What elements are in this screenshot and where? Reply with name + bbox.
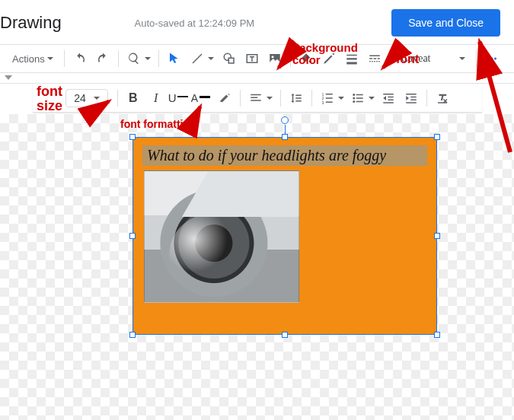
list-caret-icon[interactable] [338, 97, 344, 100]
redo-button[interactable] [92, 48, 113, 69]
resize-handle-ne[interactable] [434, 134, 440, 140]
undo-button[interactable] [69, 48, 91, 69]
zoom-button[interactable] [123, 48, 145, 69]
svg-rect-6 [346, 55, 357, 56]
highlight-color-button[interactable] [214, 88, 235, 109]
svg-rect-15 [374, 61, 375, 62]
chevron-down-icon [459, 57, 465, 60]
svg-point-4 [271, 56, 273, 58]
fill-color-button[interactable] [295, 48, 317, 69]
resize-handle-n[interactable] [282, 134, 288, 140]
chevron-down-icon [94, 97, 100, 100]
more-options-button[interactable] [481, 48, 503, 69]
resize-handle-s[interactable] [282, 332, 288, 338]
svg-point-31 [353, 97, 355, 99]
italic-button[interactable]: I [145, 88, 167, 109]
font-size-value: 24 [74, 92, 86, 104]
align-button[interactable] [245, 88, 267, 109]
svg-point-19 [490, 58, 493, 60]
svg-rect-28 [326, 97, 333, 99]
font-size-dropdown[interactable]: 24 [65, 89, 108, 107]
svg-rect-10 [369, 58, 372, 59]
shape-tool[interactable] [219, 48, 240, 69]
resize-handle-e[interactable] [434, 233, 440, 239]
bold-button[interactable]: B [123, 88, 144, 109]
dialog-title: Drawing [0, 13, 62, 33]
svg-point-32 [353, 100, 355, 103]
rotate-handle[interactable] [281, 116, 289, 124]
embedded-image[interactable] [144, 170, 299, 303]
primary-toolbar: Actions Caveat [0, 44, 514, 73]
svg-point-18 [487, 58, 490, 60]
resize-handle-w[interactable] [129, 233, 136, 239]
font-name-label: Caveat [401, 52, 431, 65]
clear-formatting-button[interactable] [432, 88, 453, 109]
svg-rect-1 [228, 58, 234, 63]
blist-caret-icon[interactable] [369, 97, 375, 100]
svg-rect-16 [376, 61, 378, 62]
resize-handle-nw[interactable] [129, 134, 136, 140]
chevron-down-icon [47, 57, 53, 60]
svg-rect-9 [369, 56, 380, 57]
svg-rect-14 [372, 61, 373, 62]
svg-rect-11 [373, 58, 376, 59]
numbered-list-button[interactable]: 123 [317, 88, 338, 109]
font-family-dropdown[interactable]: Caveat [395, 49, 471, 68]
text-toolbar: 24 B I U A 123 [33, 84, 482, 113]
svg-point-30 [353, 94, 355, 96]
actions-label: Actions [12, 53, 45, 65]
svg-rect-43 [406, 102, 417, 103]
resize-handle-se[interactable] [434, 332, 440, 338]
svg-rect-37 [388, 96, 394, 97]
textbox-tool[interactable] [241, 48, 263, 69]
svg-rect-23 [251, 100, 261, 101]
svg-rect-36 [383, 94, 394, 95]
dialog-header: Drawing Auto-saved at 12:24:09 PM Save a… [0, 0, 514, 44]
underline-button[interactable]: U [168, 88, 190, 109]
text-color-button[interactable]: A [191, 88, 212, 109]
increase-indent-button[interactable] [401, 88, 422, 109]
svg-rect-22 [251, 97, 257, 98]
border-color-button[interactable] [318, 48, 340, 69]
svg-rect-12 [377, 58, 379, 59]
svg-rect-38 [388, 99, 394, 100]
bulleted-list-button[interactable] [347, 88, 369, 109]
svg-rect-7 [346, 58, 357, 59]
svg-rect-39 [383, 102, 394, 103]
svg-rect-17 [378, 61, 380, 62]
select-tool[interactable] [164, 48, 185, 69]
svg-rect-21 [251, 94, 261, 95]
svg-text:3: 3 [321, 100, 324, 104]
svg-point-5 [308, 60, 311, 62]
align-caret-icon[interactable] [267, 97, 273, 100]
svg-rect-41 [410, 96, 417, 97]
svg-rect-8 [346, 62, 357, 65]
border-weight-button[interactable] [341, 48, 362, 69]
zoom-caret-icon[interactable] [145, 57, 151, 60]
svg-rect-13 [369, 61, 371, 62]
line-tool[interactable] [187, 48, 208, 69]
svg-rect-27 [326, 94, 333, 95]
line-spacing-button[interactable] [286, 88, 307, 109]
ruler [0, 73, 514, 84]
selected-shape[interactable]: What to do if your headlights are foggy [132, 137, 437, 335]
resize-handle-sw[interactable] [129, 332, 136, 338]
line-caret-icon[interactable] [208, 57, 214, 60]
autosave-status: Auto-saved at 12:24:09 PM [135, 18, 255, 29]
svg-rect-40 [406, 94, 417, 95]
actions-menu[interactable]: Actions [6, 49, 59, 68]
save-and-close-button[interactable]: Save and Close [391, 9, 500, 37]
svg-rect-33 [356, 94, 363, 95]
border-dash-button[interactable] [364, 48, 385, 69]
svg-rect-34 [356, 97, 363, 99]
shape-textbox[interactable]: What to do if your headlights are foggy [142, 145, 427, 166]
svg-rect-42 [410, 99, 417, 100]
decrease-indent-button[interactable] [378, 88, 399, 109]
svg-rect-29 [326, 101, 333, 103]
svg-point-20 [494, 58, 496, 60]
svg-rect-35 [356, 100, 363, 102]
image-tool[interactable] [264, 48, 286, 69]
drawing-canvas[interactable]: What to do if your headlights are foggy [0, 114, 514, 420]
